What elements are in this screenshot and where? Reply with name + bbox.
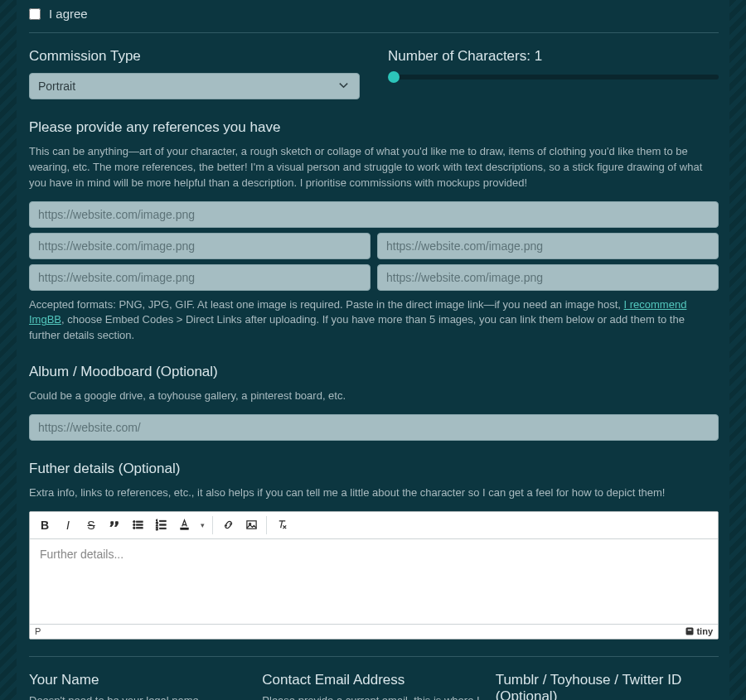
agree-checkbox[interactable] <box>29 8 41 20</box>
rich-text-editor: B I S 123 ▾ <box>29 511 719 640</box>
reference-input-5[interactable] <box>377 264 719 291</box>
svg-point-0 <box>133 521 134 523</box>
commission-type-select[interactable]: Portrait <box>29 73 360 99</box>
svg-rect-12 <box>180 529 187 530</box>
svg-rect-5 <box>136 528 143 529</box>
characters-heading: Number of Characters: 1 <box>388 48 719 65</box>
svg-rect-9 <box>159 524 166 525</box>
text-color-dropdown[interactable]: ▾ <box>196 514 209 536</box>
album-block: Album / Moodboard (Optional) Could be a … <box>29 364 719 441</box>
svg-point-4 <box>133 527 134 529</box>
image-button[interactable] <box>240 514 263 536</box>
email-heading: Contact Email Address <box>262 672 485 688</box>
svg-rect-1 <box>136 521 143 522</box>
reference-input-3[interactable] <box>377 233 719 259</box>
characters-col: Number of Characters: 1 <box>388 48 719 99</box>
divider <box>29 656 719 657</box>
characters-slider[interactable] <box>388 75 719 80</box>
references-block: Please provide any references you have T… <box>29 119 719 344</box>
album-heading: Album / Moodboard (Optional) <box>29 364 719 380</box>
editor-textarea[interactable]: Further details... <box>30 539 718 624</box>
commission-type-heading: Commission Type <box>29 48 360 65</box>
details-heading: Futher details (Optional) <box>29 461 719 477</box>
commission-type-col: Commission Type Portrait <box>29 48 360 99</box>
bullet-list-button[interactable] <box>126 514 149 536</box>
references-helper: This can be anything—art of your charact… <box>29 144 719 191</box>
agree-label: I agree <box>49 7 88 21</box>
svg-rect-7 <box>159 521 166 522</box>
editor-toolbar: B I S 123 ▾ <box>30 512 718 539</box>
number-list-button[interactable]: 123 <box>149 514 172 536</box>
references-heading: Please provide any references you have <box>29 119 719 136</box>
svg-rect-3 <box>136 524 143 525</box>
name-col: Your Name Doesn't need to be your legal … <box>29 672 252 700</box>
strikethrough-button[interactable]: S <box>80 514 103 536</box>
svg-rect-13 <box>246 521 255 529</box>
svg-rect-11 <box>159 529 166 529</box>
editor-path: P <box>35 626 41 636</box>
email-helper: Please provide a current email, this is … <box>262 693 485 700</box>
references-note: Accepted formats: PNG, JPG, GIF. At leas… <box>29 297 719 345</box>
agree-row: I agree <box>29 0 719 33</box>
tiny-logo: tiny <box>685 626 713 636</box>
reference-input-2[interactable] <box>29 233 371 259</box>
quote-button[interactable] <box>103 514 126 536</box>
album-input[interactable] <box>29 414 719 441</box>
details-block: Futher details (Optional) Extra info, li… <box>29 461 719 640</box>
svg-text:3: 3 <box>155 527 157 531</box>
toolbar-separator <box>212 516 213 534</box>
svg-point-2 <box>133 524 134 526</box>
name-heading: Your Name <box>29 672 252 688</box>
link-button[interactable] <box>216 514 240 536</box>
italic-button[interactable]: I <box>56 514 80 536</box>
svg-rect-15 <box>686 628 694 635</box>
svg-rect-16 <box>688 630 692 631</box>
social-col: Tumblr / Toyhouse / Twitter ID (Optional… <box>496 672 719 700</box>
email-col: Contact Email Address Please provide a c… <box>262 672 485 700</box>
name-helper: Doesn't need to be your legal name <box>29 693 252 700</box>
text-color-button[interactable] <box>172 514 196 536</box>
toolbar-separator-2 <box>266 516 267 534</box>
reference-input-4[interactable] <box>29 264 371 291</box>
bold-button[interactable]: B <box>33 514 56 536</box>
details-helper: Extra info, links to references, etc., i… <box>29 485 719 501</box>
slider-thumb[interactable] <box>388 71 400 83</box>
clear-format-button[interactable] <box>270 514 293 536</box>
social-heading: Tumblr / Toyhouse / Twitter ID (Optional… <box>496 672 719 700</box>
album-helper: Could be a google drive, a toyhouse gall… <box>29 389 719 404</box>
reference-input-1[interactable] <box>29 201 719 228</box>
